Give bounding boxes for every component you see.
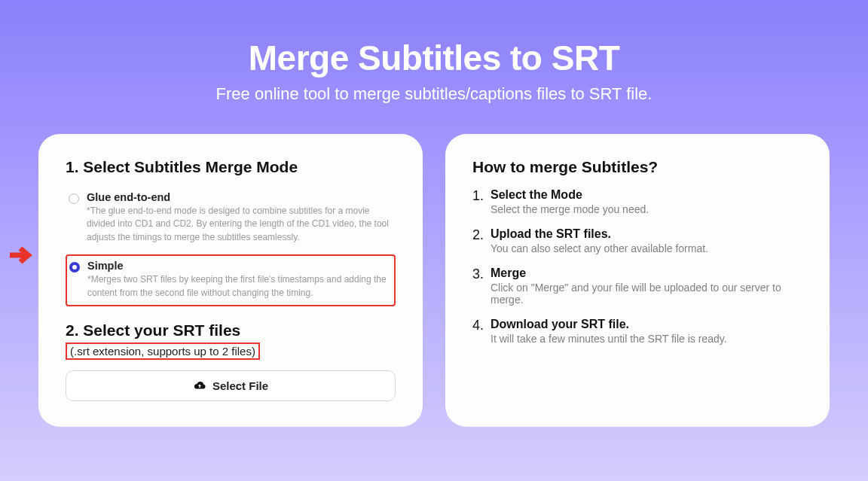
select-file-label: Select File <box>212 379 268 392</box>
step-title: Merge <box>491 266 526 279</box>
arrow-annotation-icon <box>10 245 37 265</box>
step-title: Upload the SRT files. <box>491 227 611 240</box>
step-1: Select the Mode Select the merge mode yo… <box>472 188 802 215</box>
section-files-title: 2. Select your SRT files <box>66 321 396 339</box>
page-header: Merge Subtitles to SRT Free online tool … <box>30 38 838 104</box>
howto-card: How to merge Subtitles? Select the Mode … <box>445 134 830 427</box>
page-title: Merge Subtitles to SRT <box>30 38 838 78</box>
step-3: Merge Click on "Merge" and your file wil… <box>472 266 802 306</box>
step-2: Upload the SRT files. You can also selec… <box>472 227 802 254</box>
radio-label-simple: Simple <box>87 260 389 272</box>
content-cards: 1. Select Subtitles Merge Mode Glue end-… <box>30 134 838 427</box>
radio-option-glue[interactable]: Glue end-to-end *The glue end-to-end mod… <box>66 187 396 250</box>
radio-option-simple[interactable]: Simple *Merges two SRT files by keeping … <box>66 254 396 306</box>
step-desc: You can also select any other available … <box>491 242 802 254</box>
page-subtitle: Free online tool to merge subtitles/capt… <box>30 84 838 104</box>
step-desc: Select the merge mode you need. <box>491 203 802 215</box>
step-desc: It will take a few minutes until the SRT… <box>491 333 802 345</box>
merge-form-card: 1. Select Subtitles Merge Mode Glue end-… <box>38 134 423 427</box>
radio-icon <box>69 193 79 204</box>
cloud-upload-icon <box>193 380 206 391</box>
select-file-button[interactable]: Select File <box>66 370 396 401</box>
step-title: Download your SRT file. <box>491 318 629 330</box>
howto-steps: Select the Mode Select the merge mode yo… <box>472 188 802 345</box>
step-4: Download your SRT file. It will take a f… <box>472 318 802 345</box>
step-title: Select the Mode <box>491 188 582 201</box>
radio-desc-glue: *The glue end-to-end mode is desiged to … <box>87 205 390 244</box>
step-desc: Click on "Merge" and your file will be u… <box>491 282 802 306</box>
howto-title: How to merge Subtitles? <box>472 158 802 176</box>
radio-desc-simple: *Merges two SRT files by keeping the fir… <box>87 273 389 300</box>
radio-label-glue: Glue end-to-end <box>87 191 390 203</box>
file-hint-text: (.srt extension, supports up to 2 files) <box>66 342 260 360</box>
radio-icon <box>69 262 80 272</box>
section-mode-title: 1. Select Subtitles Merge Mode <box>66 158 396 176</box>
